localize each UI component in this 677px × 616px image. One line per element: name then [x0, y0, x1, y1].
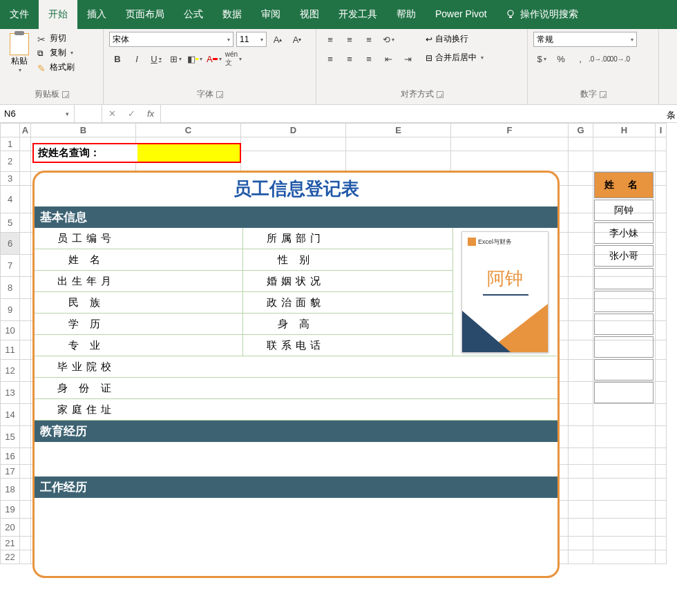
wrap-text-button[interactable]: ↩自动换行: [423, 32, 486, 46]
name-box[interactable]: ▾: [0, 105, 75, 122]
row-header[interactable]: 22: [1, 550, 20, 564]
row-header[interactable]: 16: [1, 448, 20, 465]
value-height[interactable]: [348, 314, 453, 335]
align-top-button[interactable]: ≡: [322, 32, 338, 47]
col-header[interactable]: I: [656, 124, 667, 137]
col-header[interactable]: E: [346, 124, 451, 137]
row-header[interactable]: 14: [1, 404, 20, 426]
tab-view[interactable]: 视图: [290, 0, 329, 29]
value-emp-no[interactable]: [138, 228, 243, 249]
dialog-launcher-icon[interactable]: [62, 91, 69, 98]
col-header[interactable]: C: [136, 124, 241, 137]
dialog-launcher-icon[interactable]: [216, 91, 223, 98]
name-list-item[interactable]: 阿钟: [594, 200, 654, 221]
font-name-combo[interactable]: 宋体▾: [109, 32, 233, 47]
row-header[interactable]: 6: [1, 233, 20, 255]
value-political[interactable]: [348, 292, 453, 314]
row-header[interactable]: 15: [1, 426, 20, 448]
value-marital[interactable]: [348, 271, 453, 292]
comma-button[interactable]: ,: [572, 51, 589, 66]
cancel-formula-button[interactable]: ✕: [102, 108, 122, 119]
increase-font-button[interactable]: A▴: [269, 32, 286, 47]
row-header[interactable]: 7: [1, 255, 20, 277]
value-major[interactable]: [138, 335, 243, 356]
increase-decimal-button[interactable]: .0→.00: [591, 51, 608, 66]
query-input-cell[interactable]: [137, 144, 240, 162]
value-gender[interactable]: [348, 249, 453, 271]
tab-help[interactable]: 帮助: [387, 0, 426, 29]
tab-file[interactable]: 文件: [0, 0, 39, 29]
row-header[interactable]: 19: [1, 501, 20, 519]
col-header[interactable]: B: [31, 124, 136, 137]
tab-developer[interactable]: 开发工具: [329, 0, 387, 29]
row-header[interactable]: 10: [1, 321, 20, 340]
dialog-launcher-icon[interactable]: [437, 91, 444, 98]
tab-review[interactable]: 审阅: [251, 0, 290, 29]
name-list-item[interactable]: [594, 336, 654, 358]
value-ethnic[interactable]: [138, 292, 243, 314]
col-header[interactable]: H: [593, 124, 656, 137]
merge-center-button[interactable]: ⊟合并后居中▾: [423, 50, 486, 65]
col-header[interactable]: D: [241, 124, 346, 137]
row-header[interactable]: 1: [1, 137, 20, 151]
row-header[interactable]: 5: [1, 213, 20, 233]
col-header[interactable]: F: [451, 124, 569, 137]
accounting-format-button[interactable]: $▾: [533, 51, 550, 66]
font-color-button[interactable]: A▾: [206, 51, 222, 66]
tab-power-pivot[interactable]: Power Pivot: [426, 0, 497, 29]
align-middle-button[interactable]: ≡: [341, 32, 358, 47]
row-header[interactable]: 21: [1, 537, 20, 550]
underline-button[interactable]: U▾: [148, 51, 164, 66]
row-header[interactable]: 13: [1, 382, 20, 404]
align-center-button[interactable]: ≡: [341, 51, 358, 66]
decrease-font-button[interactable]: A▾: [289, 32, 305, 47]
name-list-item[interactable]: [594, 359, 654, 381]
align-right-button[interactable]: ≡: [361, 51, 377, 66]
font-size-combo[interactable]: 11▾: [236, 32, 267, 47]
orientation-button[interactable]: ⟲▾: [380, 32, 397, 47]
name-box-input[interactable]: [0, 108, 61, 119]
tab-home[interactable]: 开始: [39, 0, 77, 29]
value-edu[interactable]: [138, 314, 243, 335]
row-header[interactable]: 18: [1, 479, 20, 501]
row-header[interactable]: 9: [1, 299, 20, 321]
name-list-item[interactable]: [594, 268, 654, 289]
formula-input[interactable]: [161, 105, 677, 122]
italic-button[interactable]: I: [128, 51, 145, 66]
border-button[interactable]: ⊞▾: [167, 51, 184, 66]
fill-color-button[interactable]: ◧▾: [187, 51, 203, 66]
tab-data[interactable]: 数据: [213, 0, 251, 29]
row-header[interactable]: 20: [1, 519, 20, 537]
tab-insert[interactable]: 插入: [77, 0, 116, 29]
value-phone[interactable]: [348, 335, 453, 356]
decrease-decimal-button[interactable]: .00→.0: [611, 51, 627, 66]
bold-button[interactable]: B: [109, 51, 126, 66]
number-format-combo[interactable]: 常规▾: [533, 32, 637, 47]
chevron-down-icon[interactable]: ▾: [61, 110, 73, 117]
name-list-item[interactable]: 李小妹: [594, 222, 654, 244]
row-header[interactable]: 12: [1, 360, 20, 382]
paste-button[interactable]: 粘贴 ▾: [6, 32, 33, 75]
name-list-item[interactable]: [594, 382, 654, 403]
accept-formula-button[interactable]: ✓: [122, 108, 141, 119]
increase-indent-button[interactable]: ⇥: [399, 51, 416, 66]
tell-me-search[interactable]: 操作说明搜索: [497, 0, 587, 29]
row-header[interactable]: 4: [1, 186, 20, 213]
col-header[interactable]: G: [569, 124, 593, 137]
format-painter-button[interactable]: ✎格式刷: [36, 61, 76, 74]
tab-page-layout[interactable]: 页面布局: [116, 0, 174, 29]
align-left-button[interactable]: ≡: [322, 51, 338, 66]
row-header[interactable]: 2: [1, 151, 20, 172]
value-name[interactable]: [138, 249, 243, 271]
row-header[interactable]: 17: [1, 465, 20, 479]
select-all-corner[interactable]: [1, 124, 20, 137]
insert-function-button[interactable]: fx: [141, 108, 160, 119]
phonetic-button[interactable]: wén文▾: [225, 51, 242, 66]
copy-button[interactable]: ⧉复制▾: [36, 46, 76, 59]
value-dept[interactable]: [348, 228, 453, 249]
tab-formulas[interactable]: 公式: [174, 0, 213, 29]
row-header[interactable]: 8: [1, 277, 20, 299]
percent-button[interactable]: %: [553, 51, 569, 66]
name-list-item[interactable]: [594, 314, 654, 335]
col-header[interactable]: A: [20, 124, 31, 137]
